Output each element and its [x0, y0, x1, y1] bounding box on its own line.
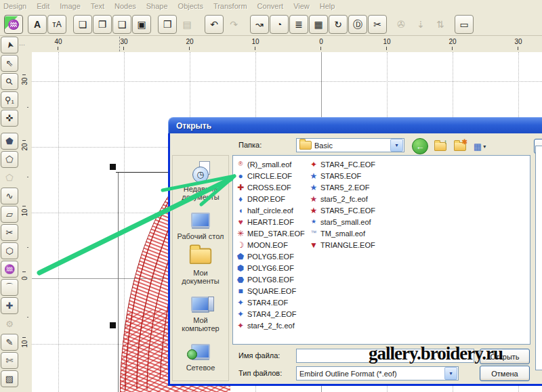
file-item[interactable]: ✦ star4_2_fc.eof: [236, 320, 305, 331]
foot-down-button[interactable]: ⇣: [411, 15, 430, 34]
file-item[interactable]: ♦ DROP.EOF: [236, 193, 305, 204]
views-button[interactable]: ▦ ▾: [472, 139, 487, 154]
menu-item[interactable]: Help: [320, 2, 335, 10]
ruler-tick-label: 10: [18, 339, 31, 349]
cut-shape-tool[interactable]: ✂: [1, 224, 18, 241]
file-item[interactable]: ★ STAR5_2.EOF: [309, 181, 375, 193]
place-desktop[interactable]: Рабочий стол: [173, 207, 228, 240]
zoom-tool[interactable]: ⚲: [1, 73, 18, 90]
place-recent-documents[interactable]: ◷ Недавние документы: [173, 162, 228, 201]
selection-handle[interactable]: [110, 164, 116, 170]
file-item[interactable]: ⬢ POLYG6.EOF: [236, 262, 305, 274]
file-name: STAR5_2.EOF: [320, 183, 370, 192]
copy-button[interactable]: ❒: [158, 15, 177, 34]
file-item[interactable]: ™ TM_small.eof: [309, 227, 375, 239]
cancel-button[interactable]: Отмена: [480, 366, 530, 381]
zoom-1to1-tool[interactable]: ⚲₁: [1, 91, 18, 108]
eye-cut-button[interactable]: ✂: [368, 15, 387, 34]
pen-tool[interactable]: ✎: [1, 334, 18, 351]
select-tool[interactable]: ➤: [1, 37, 18, 53]
up-one-level-button[interactable]: ↑: [433, 139, 448, 154]
design-mode-button[interactable]: ♒: [4, 15, 23, 34]
selection-handle[interactable]: [110, 322, 116, 328]
open-button[interactable]: Открыть: [480, 349, 530, 364]
menu-item[interactable]: Shape: [146, 2, 168, 10]
fill-shape-tool[interactable]: ⬟: [1, 133, 18, 150]
filetype-combobox[interactable]: Embird Outline Format (*.eof) ▾: [296, 366, 459, 380]
import-button[interactable]: ❑: [112, 15, 131, 34]
menu-item[interactable]: Edit: [37, 2, 49, 10]
wave-fill-tool[interactable]: ∿: [1, 188, 18, 204]
file-item[interactable]: ▼ TRIANGLE.EOF: [309, 239, 375, 251]
hatch-fill-tool[interactable]: ▨: [1, 370, 18, 387]
file-item[interactable]: ® (R)_small.eof: [236, 158, 305, 170]
filetype-value: Embird Outline Format (*.eof): [297, 370, 444, 378]
menu-item[interactable]: Design: [3, 2, 26, 10]
file-item[interactable]: ✦ STAR4.EOF: [236, 297, 305, 308]
back-button[interactable]: ←: [412, 138, 428, 154]
file-item[interactable]: ★ star5_small.eof: [309, 216, 375, 227]
curve-edit-button[interactable]: ↝: [250, 15, 269, 34]
knife-tool[interactable]: ✄: [1, 352, 18, 369]
menu-item[interactable]: Transform: [213, 2, 247, 10]
d-frame-button[interactable]: Ⓓ: [348, 15, 367, 34]
machine-button[interactable]: ✇: [392, 15, 411, 34]
settings-tool[interactable]: ⚙: [1, 315, 18, 332]
text-ta-button[interactable]: ᴛA: [47, 15, 66, 34]
shape-tool-disabled[interactable]: ⬠: [1, 169, 18, 186]
text-a-button[interactable]: A: [28, 15, 47, 34]
ruler-tick-label: 20: [446, 38, 459, 45]
redo-button[interactable]: ↷: [224, 15, 243, 34]
stitch-shape-tool[interactable]: ⬠: [1, 151, 18, 168]
menu-item[interactable]: Nodes: [114, 2, 136, 10]
new-button[interactable]: ❏: [73, 15, 92, 34]
menu-item[interactable]: Image: [60, 2, 81, 10]
paste-button[interactable]: ▤: [178, 15, 196, 34]
filename-input[interactable]: [296, 349, 474, 363]
file-item[interactable]: ⬟ POLYG5.EOF: [236, 251, 305, 262]
save-button[interactable]: ▣: [132, 15, 151, 34]
sew-layers-button[interactable]: ≣: [289, 15, 308, 34]
rotate-button[interactable]: ↻: [329, 15, 348, 34]
outline-shape-tool[interactable]: ▱: [1, 206, 18, 223]
menu-item[interactable]: Objects: [178, 2, 203, 10]
chevron-down-icon[interactable]: ▾: [390, 139, 403, 152]
place-my-documents[interactable]: Мои документы: [173, 246, 228, 285]
new-folder-button[interactable]: ✱: [453, 139, 467, 154]
file-item[interactable]: ★ STAR5_FC.EOF: [309, 204, 375, 216]
file-item[interactable]: ☽ MOON.EOF: [236, 239, 305, 251]
file-item[interactable]: ⬣ POLYG8.EOF: [236, 274, 305, 285]
file-name: MED_STAR.EOF: [247, 230, 305, 238]
file-item[interactable]: ◖ half_circle.eof: [236, 204, 305, 216]
file-item[interactable]: ♥ HEART1.EOF: [236, 216, 305, 227]
menu-item[interactable]: Convert: [257, 2, 284, 10]
file-item[interactable]: ✳ MED_STAR.EOF: [236, 227, 305, 239]
gauge-button[interactable]: ◔: [270, 15, 289, 34]
pan-tool[interactable]: ✜: [1, 110, 18, 127]
hoop-button[interactable]: ▭: [455, 15, 474, 34]
zigzag-stitch-tool[interactable]: ♒: [1, 261, 18, 278]
open-button[interactable]: ❐: [93, 15, 112, 34]
cross-shape-tool[interactable]: ✚: [1, 297, 18, 314]
file-item[interactable]: ✦ STAR4_FC.EOF: [309, 158, 375, 170]
place-network[interactable]: Сетевое: [173, 339, 228, 372]
chevron-down-icon[interactable]: ▾: [444, 367, 457, 380]
polygon-outline-tool[interactable]: ⬡: [1, 242, 18, 259]
file-list[interactable]: ® (R)_small.eof ● CIRCLE.EOF ✚ CROSS.EOF: [232, 155, 530, 345]
file-item[interactable]: ✦ STAR4_2.EOF: [236, 308, 305, 320]
axis-flip-button[interactable]: ⇅: [431, 15, 450, 34]
menu-item[interactable]: Text: [91, 2, 104, 10]
menu-item[interactable]: View: [293, 2, 310, 10]
file-item[interactable]: ★ STAR5.EOF: [309, 170, 375, 181]
undo-button[interactable]: ↶: [205, 15, 224, 34]
file-item[interactable]: ■ SQUARE.EOF: [236, 285, 305, 297]
arc-tool[interactable]: ⌒: [1, 279, 18, 296]
node-edit-tool[interactable]: ⇖: [1, 55, 18, 72]
place-my-computer[interactable]: Мой компьютер: [173, 291, 228, 332]
file-item[interactable]: ● CIRCLE.EOF: [236, 170, 305, 181]
dialog-title-bar[interactable]: Открыть: [168, 117, 542, 134]
folder-combobox[interactable]: Basic ▾: [296, 138, 404, 152]
pattern-button[interactable]: ▦: [309, 15, 328, 34]
file-item[interactable]: ✚ CROSS.EOF: [236, 181, 305, 193]
file-item[interactable]: ★ star5_2_fc.eof: [309, 193, 375, 204]
